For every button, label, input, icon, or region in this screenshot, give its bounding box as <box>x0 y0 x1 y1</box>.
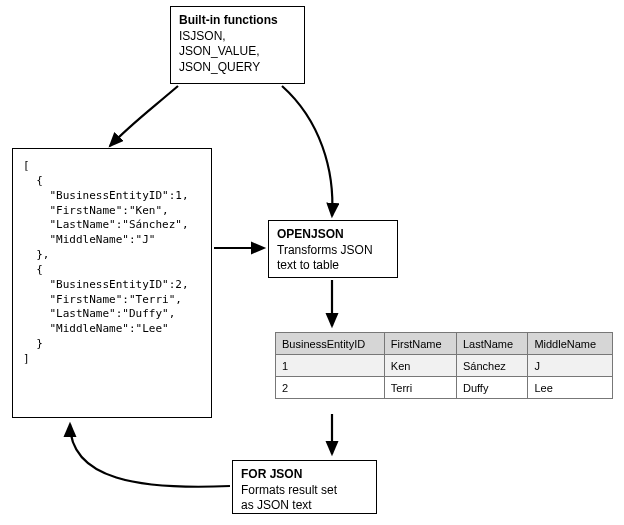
cell: J <box>528 355 613 377</box>
col-header-business-entity-id: BusinessEntityID <box>276 333 385 355</box>
col-header-last-name: LastName <box>456 333 527 355</box>
openjson-box: OPENJSON Transforms JSON text to table <box>268 220 398 278</box>
col-header-first-name: FirstName <box>384 333 456 355</box>
result-table: BusinessEntityID FirstName LastName Midd… <box>275 332 613 399</box>
table-row: 1 Ken Sánchez J <box>276 355 613 377</box>
builtin-line-1: JSON_VALUE, <box>179 44 296 60</box>
cell: Ken <box>384 355 456 377</box>
arrow-builtin-to-json <box>110 86 178 146</box>
forjson-title: FOR JSON <box>241 467 368 483</box>
forjson-desc-2: as JSON text <box>241 498 368 514</box>
json-text-box: [ { "BusinessEntityID":1, "FirstName":"K… <box>12 148 212 418</box>
forjson-box: FOR JSON Formats result set as JSON text <box>232 460 377 514</box>
openjson-title: OPENJSON <box>277 227 389 243</box>
cell: Sánchez <box>456 355 527 377</box>
builtin-line-0: ISJSON, <box>179 29 296 45</box>
forjson-desc-1: Formats result set <box>241 483 368 499</box>
table-header-row: BusinessEntityID FirstName LastName Midd… <box>276 333 613 355</box>
builtin-functions-box: Built-in functions ISJSON, JSON_VALUE, J… <box>170 6 305 84</box>
cell: Lee <box>528 377 613 399</box>
cell: 2 <box>276 377 385 399</box>
openjson-desc-1: Transforms JSON <box>277 243 389 259</box>
builtin-title: Built-in functions <box>179 13 296 29</box>
cell: Terri <box>384 377 456 399</box>
table-row: 2 Terri Duffy Lee <box>276 377 613 399</box>
builtin-line-2: JSON_QUERY <box>179 60 296 76</box>
openjson-desc-2: text to table <box>277 258 389 274</box>
arrow-forjson-to-json <box>70 424 230 487</box>
cell: 1 <box>276 355 385 377</box>
arrow-builtin-to-openjson <box>282 86 332 216</box>
col-header-middle-name: MiddleName <box>528 333 613 355</box>
cell: Duffy <box>456 377 527 399</box>
